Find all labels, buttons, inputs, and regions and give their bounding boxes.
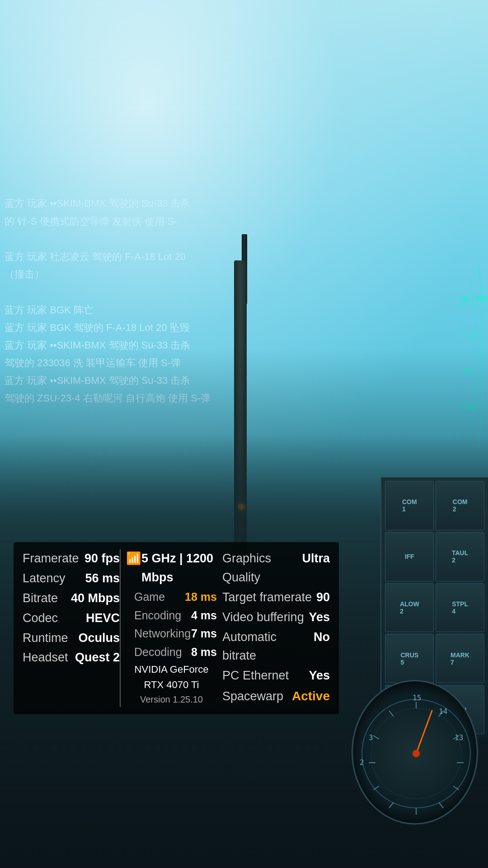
wifi-icon: 📶 (126, 549, 141, 568)
combat-log-line (5, 231, 239, 247)
pc-ethernet-label: PC Ethernet (222, 666, 289, 685)
svg-text:17: 17 (468, 334, 476, 342)
video-buffering-label: Video buffering (222, 608, 304, 627)
svg-point-28 (413, 750, 420, 757)
inst-btn-crus5[interactable]: CRUS5 (385, 634, 434, 683)
bitrate-value: 40 Mbps (71, 589, 120, 608)
framerate-label: Framerate (23, 549, 79, 568)
headset-label: Headset (23, 648, 68, 667)
inst-btn-com1[interactable]: COM1 (385, 481, 434, 530)
svg-text:NO PRO: NO PRO (461, 294, 488, 304)
codec-label: Codec (23, 609, 58, 628)
svg-text:13: 13 (455, 733, 463, 742)
game-background: 蓝方 玩家 ••SKIM-BMX 驾驶的 Su-33 击杀 的 针-S 便携式防… (0, 0, 488, 868)
networking-value: 7 ms (191, 625, 217, 642)
svg-line-27 (416, 711, 432, 754)
vr-stats-panel: Framerate 90 fps Latency 56 ms Bitrate 4… (14, 542, 339, 714)
target-framerate-label: Target framerate (222, 588, 312, 607)
svg-text:3: 3 (369, 733, 373, 742)
nvidia-gpu-label: NVIDIA GeForce RTX 4070 Ti (126, 662, 217, 693)
graphics-quality-label: Graphics Quality (222, 549, 298, 587)
combat-log-line: 的 针-S 便携式防空导弹 发射侠 使用 S- (5, 213, 239, 229)
target-framerate-value: 90 (316, 588, 330, 607)
runtime-value: Oculus (78, 629, 120, 648)
stats-left-col: Framerate 90 fps Latency 56 ms Bitrate 4… (23, 549, 120, 707)
svg-line-15 (439, 802, 443, 808)
stats-right-col: Graphics Quality Ultra Target framerate … (217, 549, 330, 707)
inst-btn-com2[interactable]: COM2 (436, 481, 484, 530)
inst-btn-iff[interactable]: IFF (385, 532, 434, 581)
runtime-label: Runtime (23, 629, 68, 648)
latency-value: 56 ms (85, 569, 120, 588)
version-label: Version 1.25.10 (126, 693, 217, 707)
combat-log-line: 蓝方 玩家 BGK 驾驶的 F-A-18 Lot 20 坠毁 (5, 320, 239, 335)
decoding-label: Decoding (126, 643, 182, 661)
wifi-label: 5 GHz | 1200 Mbps (141, 549, 217, 587)
game-latency-value: 18 ms (185, 588, 217, 606)
combat-log-line: 蓝方 玩家 ••SKIM-BMX 驾驶的 Su-33 击杀 (5, 195, 239, 211)
codec-value: HEVC (86, 609, 120, 628)
encoding-label: Encoding (126, 607, 181, 624)
auto-bitrate-label: Automatic bitrate (222, 628, 310, 666)
svg-text:15: 15 (413, 693, 421, 702)
bitrate-label: Bitrate (23, 589, 58, 608)
framerate-value: 90 fps (84, 549, 120, 568)
latency-label: Latency (23, 569, 66, 588)
graphics-quality-value: Ultra (302, 549, 330, 568)
combat-log-line: 蓝方 玩家 社志凌云 驾驶的 F-A-18 Lot 20 (5, 249, 239, 264)
svg-text:2: 2 (360, 758, 364, 767)
stats-mid-col: 📶 5 GHz | 1200 Mbps Game 18 ms Encoding … (120, 549, 217, 707)
combat-log-line: 蓝方 玩家 BGK 阵亡 (5, 302, 239, 318)
right-gauge: 15 14 13 3 2 (352, 680, 478, 825)
svg-text:14: 14 (439, 707, 447, 716)
inst-btn-mark7[interactable]: MARK7 (436, 634, 484, 683)
video-buffering-value: Yes (309, 608, 330, 627)
game-latency-label: Game (126, 588, 165, 606)
combat-log-line (5, 284, 239, 300)
spacewarp-label: Spacewarp (222, 687, 283, 706)
decoding-value: 8 ms (191, 643, 217, 661)
auto-bitrate-value: No (314, 628, 330, 647)
combat-log-line: （撞击） (5, 266, 239, 282)
inst-btn-alow2[interactable]: ALOW2 (385, 583, 434, 632)
encoding-value: 4 ms (191, 607, 217, 624)
svg-line-17 (389, 802, 394, 808)
headset-value: Quest 2 (75, 648, 120, 667)
networking-label: Networking (126, 625, 191, 642)
inst-btn-taul2[interactable]: TAUL2 (436, 532, 484, 581)
inst-btn-stpl4[interactable]: STPL4 (436, 583, 484, 632)
pc-ethernet-value: Yes (309, 666, 330, 685)
spacewarp-value: Active (292, 686, 330, 706)
